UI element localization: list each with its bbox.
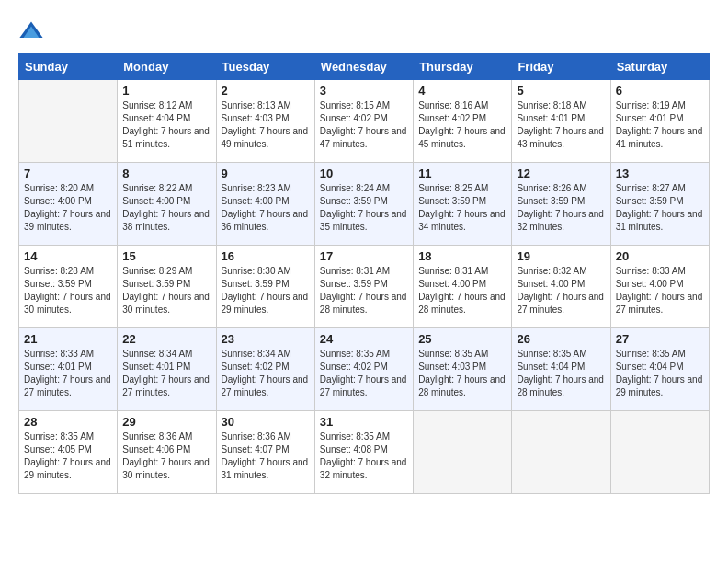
calendar-cell: 25Sunrise: 8:35 AM Sunset: 4:03 PM Dayli…	[414, 328, 512, 411]
day-info: Sunrise: 8:15 AM Sunset: 4:02 PM Dayligh…	[320, 99, 408, 151]
calendar-cell: 11Sunrise: 8:25 AM Sunset: 3:59 PM Dayli…	[414, 163, 512, 246]
calendar-cell: 14Sunrise: 8:28 AM Sunset: 3:59 PM Dayli…	[19, 246, 118, 328]
day-number: 11	[418, 167, 506, 180]
day-number: 1	[122, 84, 210, 98]
day-number: 14	[24, 249, 112, 263]
day-info: Sunrise: 8:13 AM Sunset: 4:03 PM Dayligh…	[222, 99, 310, 151]
day-number: 6	[616, 84, 704, 98]
calendar-cell: 2Sunrise: 8:13 AM Sunset: 4:03 PM Daylig…	[216, 80, 314, 163]
calendar-cell: 1Sunrise: 8:12 AM Sunset: 4:04 PM Daylig…	[118, 80, 216, 163]
day-number: 8	[122, 167, 210, 180]
calendar-cell: 5Sunrise: 8:18 AM Sunset: 4:01 PM Daylig…	[512, 80, 610, 163]
weekday-header-friday: Friday	[512, 54, 610, 80]
calendar-cell: 3Sunrise: 8:15 AM Sunset: 4:02 PM Daylig…	[314, 80, 413, 163]
day-number: 28	[24, 415, 112, 429]
day-info: Sunrise: 8:34 AM Sunset: 4:01 PM Dayligh…	[122, 348, 210, 399]
weekday-header-sunday: Sunday	[19, 54, 118, 80]
day-number: 27	[616, 332, 704, 346]
logo	[18, 18, 48, 44]
calendar-cell: 23Sunrise: 8:34 AM Sunset: 4:02 PM Dayli…	[216, 328, 314, 411]
day-info: Sunrise: 8:31 AM Sunset: 3:59 PM Dayligh…	[320, 265, 408, 316]
day-info: Sunrise: 8:36 AM Sunset: 4:07 PM Dayligh…	[222, 431, 310, 482]
day-info: Sunrise: 8:36 AM Sunset: 4:06 PM Dayligh…	[122, 431, 210, 482]
day-number: 9	[222, 167, 310, 180]
day-number: 18	[418, 249, 506, 263]
calendar-cell: 7Sunrise: 8:20 AM Sunset: 4:00 PM Daylig…	[19, 163, 118, 246]
calendar-table: SundayMondayTuesdayWednesdayThursdayFrid…	[18, 53, 710, 494]
day-info: Sunrise: 8:30 AM Sunset: 3:59 PM Dayligh…	[222, 265, 310, 316]
day-info: Sunrise: 8:19 AM Sunset: 4:01 PM Dayligh…	[616, 99, 704, 151]
day-info: Sunrise: 8:35 AM Sunset: 4:04 PM Dayligh…	[616, 348, 704, 399]
day-number: 23	[222, 332, 310, 346]
day-number: 25	[418, 332, 506, 346]
day-number: 30	[222, 415, 310, 429]
weekday-header-row: SundayMondayTuesdayWednesdayThursdayFrid…	[19, 54, 710, 80]
page-header	[18, 18, 710, 44]
logo-icon	[18, 18, 44, 44]
day-info: Sunrise: 8:27 AM Sunset: 3:59 PM Dayligh…	[616, 182, 704, 234]
calendar-cell	[610, 411, 709, 494]
weekday-header-saturday: Saturday	[610, 54, 709, 80]
day-info: Sunrise: 8:35 AM Sunset: 4:04 PM Dayligh…	[517, 348, 605, 399]
day-info: Sunrise: 8:35 AM Sunset: 4:02 PM Dayligh…	[320, 348, 408, 399]
calendar-week-row: 28Sunrise: 8:35 AM Sunset: 4:05 PM Dayli…	[19, 411, 710, 494]
day-number: 7	[24, 167, 112, 180]
weekday-header-wednesday: Wednesday	[314, 54, 413, 80]
day-info: Sunrise: 8:34 AM Sunset: 4:02 PM Dayligh…	[222, 348, 310, 399]
calendar-cell: 9Sunrise: 8:23 AM Sunset: 4:00 PM Daylig…	[216, 163, 314, 246]
day-info: Sunrise: 8:35 AM Sunset: 4:08 PM Dayligh…	[320, 431, 408, 482]
day-info: Sunrise: 8:35 AM Sunset: 4:03 PM Dayligh…	[418, 348, 506, 399]
day-number: 24	[320, 332, 408, 346]
day-number: 4	[418, 84, 506, 98]
day-info: Sunrise: 8:16 AM Sunset: 4:02 PM Dayligh…	[418, 99, 506, 151]
day-number: 21	[24, 332, 112, 346]
calendar-cell: 31Sunrise: 8:35 AM Sunset: 4:08 PM Dayli…	[314, 411, 413, 494]
calendar-cell: 22Sunrise: 8:34 AM Sunset: 4:01 PM Dayli…	[118, 328, 216, 411]
weekday-header-thursday: Thursday	[414, 54, 512, 80]
calendar-cell: 18Sunrise: 8:31 AM Sunset: 4:00 PM Dayli…	[414, 246, 512, 328]
day-number: 12	[517, 167, 605, 180]
calendar-cell: 10Sunrise: 8:24 AM Sunset: 3:59 PM Dayli…	[314, 163, 413, 246]
calendar-cell: 24Sunrise: 8:35 AM Sunset: 4:02 PM Dayli…	[314, 328, 413, 411]
day-info: Sunrise: 8:35 AM Sunset: 4:05 PM Dayligh…	[24, 431, 112, 482]
day-info: Sunrise: 8:28 AM Sunset: 3:59 PM Dayligh…	[24, 265, 112, 316]
day-number: 31	[320, 415, 408, 429]
day-info: Sunrise: 8:18 AM Sunset: 4:01 PM Dayligh…	[517, 99, 605, 151]
calendar-week-row: 1Sunrise: 8:12 AM Sunset: 4:04 PM Daylig…	[19, 80, 710, 163]
weekday-header-tuesday: Tuesday	[216, 54, 314, 80]
calendar-cell: 6Sunrise: 8:19 AM Sunset: 4:01 PM Daylig…	[610, 80, 709, 163]
day-number: 29	[122, 415, 210, 429]
calendar-week-row: 21Sunrise: 8:33 AM Sunset: 4:01 PM Dayli…	[19, 328, 710, 411]
calendar-cell	[414, 411, 512, 494]
day-info: Sunrise: 8:32 AM Sunset: 4:00 PM Dayligh…	[517, 265, 605, 316]
calendar-cell: 15Sunrise: 8:29 AM Sunset: 3:59 PM Dayli…	[118, 246, 216, 328]
calendar-cell: 8Sunrise: 8:22 AM Sunset: 4:00 PM Daylig…	[118, 163, 216, 246]
day-number: 5	[517, 84, 605, 98]
calendar-cell: 29Sunrise: 8:36 AM Sunset: 4:06 PM Dayli…	[118, 411, 216, 494]
day-info: Sunrise: 8:22 AM Sunset: 4:00 PM Dayligh…	[122, 182, 210, 234]
calendar-cell: 12Sunrise: 8:26 AM Sunset: 3:59 PM Dayli…	[512, 163, 610, 246]
day-info: Sunrise: 8:33 AM Sunset: 4:01 PM Dayligh…	[24, 348, 112, 399]
day-number: 13	[616, 167, 704, 180]
day-info: Sunrise: 8:25 AM Sunset: 3:59 PM Dayligh…	[418, 182, 506, 234]
calendar-cell: 17Sunrise: 8:31 AM Sunset: 3:59 PM Dayli…	[314, 246, 413, 328]
day-info: Sunrise: 8:31 AM Sunset: 4:00 PM Dayligh…	[418, 265, 506, 316]
day-info: Sunrise: 8:24 AM Sunset: 3:59 PM Dayligh…	[320, 182, 408, 234]
calendar-cell: 13Sunrise: 8:27 AM Sunset: 3:59 PM Dayli…	[610, 163, 709, 246]
day-number: 22	[122, 332, 210, 346]
calendar-cell: 28Sunrise: 8:35 AM Sunset: 4:05 PM Dayli…	[19, 411, 118, 494]
calendar-week-row: 14Sunrise: 8:28 AM Sunset: 3:59 PM Dayli…	[19, 246, 710, 328]
calendar-cell: 30Sunrise: 8:36 AM Sunset: 4:07 PM Dayli…	[216, 411, 314, 494]
calendar-cell	[19, 80, 118, 163]
calendar-cell: 4Sunrise: 8:16 AM Sunset: 4:02 PM Daylig…	[414, 80, 512, 163]
day-info: Sunrise: 8:20 AM Sunset: 4:00 PM Dayligh…	[24, 182, 112, 234]
day-info: Sunrise: 8:33 AM Sunset: 4:00 PM Dayligh…	[616, 265, 704, 316]
weekday-header-monday: Monday	[118, 54, 216, 80]
calendar-cell: 20Sunrise: 8:33 AM Sunset: 4:00 PM Dayli…	[610, 246, 709, 328]
calendar-week-row: 7Sunrise: 8:20 AM Sunset: 4:00 PM Daylig…	[19, 163, 710, 246]
day-number: 3	[320, 84, 408, 98]
day-info: Sunrise: 8:23 AM Sunset: 4:00 PM Dayligh…	[222, 182, 310, 234]
day-number: 15	[122, 249, 210, 263]
calendar-cell: 16Sunrise: 8:30 AM Sunset: 3:59 PM Dayli…	[216, 246, 314, 328]
day-number: 10	[320, 167, 408, 180]
